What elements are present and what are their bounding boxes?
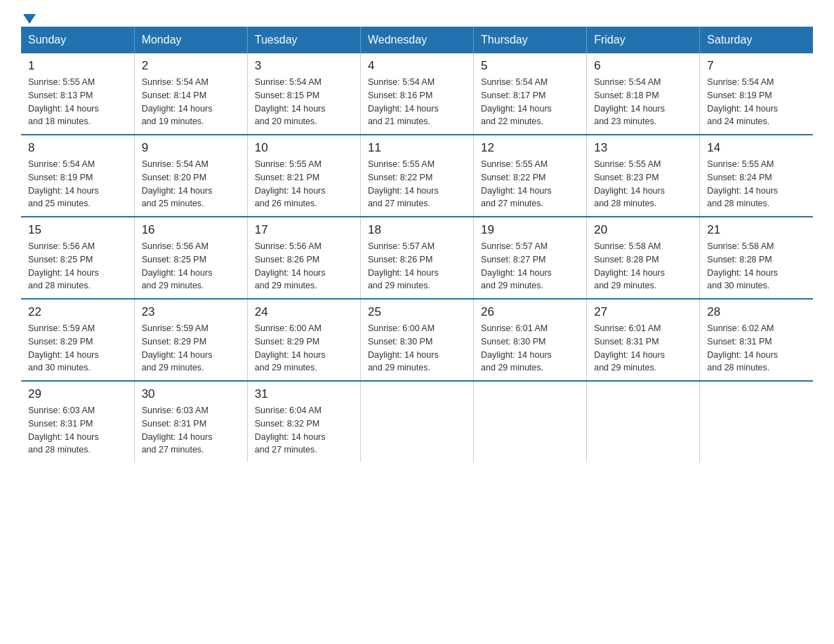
calendar-cell: 24 Sunrise: 6:00 AMSunset: 8:29 PMDaylig… [247,299,360,381]
calendar-cell [587,381,700,462]
header-day-wednesday: Wednesday [360,27,473,53]
day-number: 22 [28,305,127,319]
day-info: Sunrise: 5:58 AMSunset: 8:28 PMDaylight:… [594,240,692,293]
day-number: 28 [707,305,806,319]
calendar-cell: 30 Sunrise: 6:03 AMSunset: 8:31 PMDaylig… [134,381,247,462]
day-info: Sunrise: 5:57 AMSunset: 8:27 PMDaylight:… [481,240,579,293]
calendar-cell: 10 Sunrise: 5:55 AMSunset: 8:21 PMDaylig… [247,135,360,217]
day-info: Sunrise: 5:56 AMSunset: 8:26 PMDaylight:… [255,240,353,293]
day-info: Sunrise: 5:54 AMSunset: 8:20 PMDaylight:… [142,158,240,210]
day-number: 27 [594,305,692,319]
day-info: Sunrise: 5:56 AMSunset: 8:25 PMDaylight:… [28,240,127,293]
day-number: 6 [594,59,692,73]
day-number: 2 [142,59,240,73]
day-info: Sunrise: 5:54 AMSunset: 8:16 PMDaylight:… [368,76,466,128]
calendar-cell: 25 Sunrise: 6:00 AMSunset: 8:30 PMDaylig… [360,299,473,381]
calendar-cell: 26 Sunrise: 6:01 AMSunset: 8:30 PMDaylig… [474,299,587,381]
header-day-thursday: Thursday [474,27,587,53]
day-info: Sunrise: 6:01 AMSunset: 8:31 PMDaylight:… [594,322,692,375]
day-number: 18 [368,223,466,237]
calendar-cell: 29 Sunrise: 6:03 AMSunset: 8:31 PMDaylig… [21,381,134,462]
calendar-cell: 14 Sunrise: 5:55 AMSunset: 8:24 PMDaylig… [700,135,813,217]
day-info: Sunrise: 6:00 AMSunset: 8:30 PMDaylight:… [368,322,466,375]
day-number: 7 [707,59,806,73]
week-row-2: 8 Sunrise: 5:54 AMSunset: 8:19 PMDayligh… [21,135,813,217]
calendar-table: SundayMondayTuesdayWednesdayThursdayFrid… [21,27,813,462]
calendar-cell [700,381,813,462]
calendar-cell: 27 Sunrise: 6:01 AMSunset: 8:31 PMDaylig… [587,299,700,381]
header-day-tuesday: Tuesday [247,27,360,53]
day-number: 12 [481,141,579,155]
day-number: 5 [481,59,579,73]
header-row: SundayMondayTuesdayWednesdayThursdayFrid… [21,27,813,53]
calendar-body: 1 Sunrise: 5:55 AMSunset: 8:13 PMDayligh… [21,53,813,462]
day-info: Sunrise: 5:54 AMSunset: 8:19 PMDaylight:… [28,158,127,210]
day-number: 30 [142,387,240,401]
day-number: 1 [28,59,127,73]
calendar-cell: 1 Sunrise: 5:55 AMSunset: 8:13 PMDayligh… [21,53,134,135]
calendar-cell: 15 Sunrise: 5:56 AMSunset: 8:25 PMDaylig… [21,217,134,299]
header-day-monday: Monday [134,27,247,53]
day-number: 14 [707,141,806,155]
day-info: Sunrise: 5:57 AMSunset: 8:26 PMDaylight:… [368,240,466,293]
day-info: Sunrise: 5:55 AMSunset: 8:22 PMDaylight:… [368,158,466,210]
day-info: Sunrise: 6:03 AMSunset: 8:31 PMDaylight:… [28,404,127,457]
day-number: 20 [594,223,692,237]
day-number: 8 [28,141,127,155]
day-info: Sunrise: 5:55 AMSunset: 8:24 PMDaylight:… [707,158,806,210]
calendar-cell: 9 Sunrise: 5:54 AMSunset: 8:20 PMDayligh… [134,135,247,217]
week-row-5: 29 Sunrise: 6:03 AMSunset: 8:31 PMDaylig… [21,381,813,462]
calendar-cell: 19 Sunrise: 5:57 AMSunset: 8:27 PMDaylig… [474,217,587,299]
calendar-cell: 7 Sunrise: 5:54 AMSunset: 8:19 PMDayligh… [700,53,813,135]
day-number: 29 [28,387,127,401]
day-info: Sunrise: 5:59 AMSunset: 8:29 PMDaylight:… [28,322,127,375]
calendar-cell: 13 Sunrise: 5:55 AMSunset: 8:23 PMDaylig… [587,135,700,217]
day-info: Sunrise: 5:54 AMSunset: 8:18 PMDaylight:… [594,76,692,128]
calendar-cell: 2 Sunrise: 5:54 AMSunset: 8:14 PMDayligh… [134,53,247,135]
logo-triangle-icon [23,14,36,24]
day-number: 26 [481,305,579,319]
day-info: Sunrise: 5:54 AMSunset: 8:19 PMDaylight:… [707,76,806,128]
calendar-cell: 31 Sunrise: 6:04 AMSunset: 8:32 PMDaylig… [247,381,360,462]
day-number: 13 [594,141,692,155]
day-number: 19 [481,223,579,237]
week-row-3: 15 Sunrise: 5:56 AMSunset: 8:25 PMDaylig… [21,217,813,299]
calendar-cell: 16 Sunrise: 5:56 AMSunset: 8:25 PMDaylig… [134,217,247,299]
day-number: 23 [142,305,240,319]
day-number: 24 [255,305,353,319]
calendar-cell [360,381,473,462]
day-info: Sunrise: 5:55 AMSunset: 8:22 PMDaylight:… [481,158,579,210]
calendar-cell: 3 Sunrise: 5:54 AMSunset: 8:15 PMDayligh… [247,53,360,135]
header-day-saturday: Saturday [700,27,813,53]
calendar-cell: 20 Sunrise: 5:58 AMSunset: 8:28 PMDaylig… [587,217,700,299]
week-row-1: 1 Sunrise: 5:55 AMSunset: 8:13 PMDayligh… [21,53,813,135]
day-info: Sunrise: 5:55 AMSunset: 8:23 PMDaylight:… [594,158,692,210]
calendar-cell: 17 Sunrise: 5:56 AMSunset: 8:26 PMDaylig… [247,217,360,299]
calendar-cell: 21 Sunrise: 5:58 AMSunset: 8:28 PMDaylig… [700,217,813,299]
page-header [21,14,813,20]
calendar-cell: 18 Sunrise: 5:57 AMSunset: 8:26 PMDaylig… [360,217,473,299]
day-number: 15 [28,223,127,237]
day-number: 31 [255,387,353,401]
calendar-cell: 28 Sunrise: 6:02 AMSunset: 8:31 PMDaylig… [700,299,813,381]
day-number: 21 [707,223,806,237]
day-info: Sunrise: 6:00 AMSunset: 8:29 PMDaylight:… [255,322,353,375]
day-number: 11 [368,141,466,155]
day-number: 9 [142,141,240,155]
calendar-cell [474,381,587,462]
day-number: 25 [368,305,466,319]
calendar-cell: 5 Sunrise: 5:54 AMSunset: 8:17 PMDayligh… [474,53,587,135]
day-info: Sunrise: 5:54 AMSunset: 8:15 PMDaylight:… [255,76,353,128]
calendar-cell: 22 Sunrise: 5:59 AMSunset: 8:29 PMDaylig… [21,299,134,381]
day-number: 16 [142,223,240,237]
day-number: 3 [255,59,353,73]
calendar-cell: 4 Sunrise: 5:54 AMSunset: 8:16 PMDayligh… [360,53,473,135]
day-info: Sunrise: 6:03 AMSunset: 8:31 PMDaylight:… [142,404,240,457]
header-day-sunday: Sunday [21,27,134,53]
day-info: Sunrise: 5:59 AMSunset: 8:29 PMDaylight:… [142,322,240,375]
day-info: Sunrise: 6:01 AMSunset: 8:30 PMDaylight:… [481,322,579,375]
calendar-cell: 11 Sunrise: 5:55 AMSunset: 8:22 PMDaylig… [360,135,473,217]
week-row-4: 22 Sunrise: 5:59 AMSunset: 8:29 PMDaylig… [21,299,813,381]
day-info: Sunrise: 5:54 AMSunset: 8:17 PMDaylight:… [481,76,579,128]
day-info: Sunrise: 5:58 AMSunset: 8:28 PMDaylight:… [707,240,806,293]
